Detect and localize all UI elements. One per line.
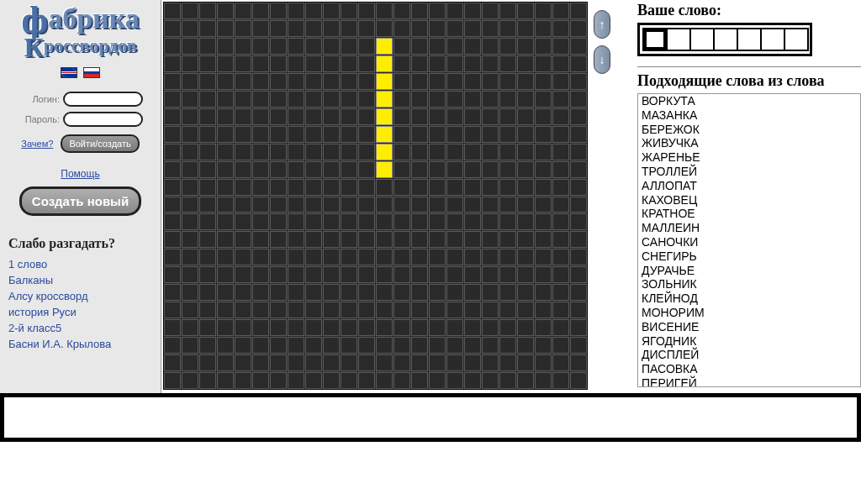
grid-cell[interactable] bbox=[570, 266, 587, 283]
grid-cell[interactable] bbox=[182, 55, 198, 72]
grid-cell[interactable] bbox=[182, 73, 198, 90]
grid-cell[interactable] bbox=[323, 302, 340, 318]
grid-cell[interactable] bbox=[429, 126, 446, 143]
challenge-link[interactable]: Балканы bbox=[8, 272, 152, 288]
grid-cell[interactable] bbox=[552, 231, 569, 248]
grid-cell[interactable] bbox=[199, 91, 216, 108]
grid-cell[interactable] bbox=[482, 213, 499, 230]
help-link[interactable]: Помощь bbox=[61, 168, 99, 180]
grid-cell[interactable] bbox=[341, 55, 357, 72]
grid-cell[interactable] bbox=[182, 372, 198, 389]
grid-cell[interactable] bbox=[482, 144, 499, 160]
grid-cell[interactable] bbox=[429, 372, 446, 389]
grid-cell[interactable] bbox=[341, 337, 357, 354]
grid-cell[interactable] bbox=[235, 266, 251, 283]
grid-cell[interactable] bbox=[288, 179, 304, 196]
grid-cell[interactable] bbox=[323, 91, 340, 108]
grid-cell[interactable] bbox=[482, 354, 499, 371]
grid-cell[interactable] bbox=[482, 3, 499, 19]
grid-cell[interactable] bbox=[199, 231, 216, 248]
suggested-word[interactable]: САНОЧКИ bbox=[638, 235, 860, 249]
grid-cell[interactable] bbox=[288, 302, 304, 318]
grid-cell[interactable] bbox=[499, 38, 516, 55]
grid-cell[interactable] bbox=[499, 249, 516, 265]
grid-cell[interactable] bbox=[429, 144, 446, 160]
grid-cell[interactable] bbox=[499, 372, 516, 389]
grid-cell[interactable] bbox=[235, 213, 251, 230]
grid-cell[interactable] bbox=[517, 372, 534, 389]
grid-cell[interactable] bbox=[411, 354, 428, 371]
grid-cell[interactable] bbox=[499, 179, 516, 196]
grid-cell[interactable] bbox=[411, 161, 428, 178]
grid-cell[interactable] bbox=[446, 302, 463, 318]
grid-cell[interactable] bbox=[199, 38, 216, 55]
grid-cell[interactable] bbox=[517, 354, 534, 371]
grid-cell[interactable] bbox=[288, 266, 304, 283]
grid-cell[interactable] bbox=[217, 108, 234, 125]
grid-cell[interactable] bbox=[199, 197, 216, 213]
grid-cell[interactable] bbox=[323, 231, 340, 248]
grid-cell[interactable] bbox=[358, 372, 375, 389]
grid-cell[interactable] bbox=[288, 213, 304, 230]
grid-cell[interactable] bbox=[305, 3, 322, 19]
grid-cell[interactable] bbox=[482, 302, 499, 318]
grid-cell[interactable] bbox=[446, 38, 463, 55]
grid-cell[interactable] bbox=[535, 126, 552, 143]
grid-cell[interactable] bbox=[270, 231, 287, 248]
suggested-word[interactable]: КЛЕЙНОД bbox=[638, 291, 860, 306]
suggested-word[interactable]: БЕРЕЖОК bbox=[638, 123, 860, 137]
grid-cell[interactable] bbox=[517, 231, 534, 248]
grid-cell[interactable] bbox=[270, 3, 287, 19]
grid-cell[interactable] bbox=[517, 108, 534, 125]
grid-cell[interactable] bbox=[499, 161, 516, 178]
grid-cell[interactable] bbox=[323, 249, 340, 265]
grid-cell[interactable] bbox=[288, 197, 304, 213]
grid-cell[interactable] bbox=[411, 231, 428, 248]
grid-cell[interactable] bbox=[164, 126, 181, 143]
grid-cell[interactable] bbox=[164, 91, 181, 108]
grid-cell[interactable] bbox=[394, 126, 410, 143]
grid-cell[interactable] bbox=[252, 91, 269, 108]
grid-cell[interactable] bbox=[164, 337, 181, 354]
grid-cell[interactable] bbox=[570, 372, 587, 389]
flag-ru-icon[interactable] bbox=[83, 67, 100, 78]
grid-cell[interactable] bbox=[323, 319, 340, 336]
grid-cell[interactable] bbox=[535, 55, 552, 72]
grid-cell[interactable] bbox=[164, 161, 181, 178]
grid-cell[interactable] bbox=[411, 20, 428, 37]
grid-cell[interactable] bbox=[305, 284, 322, 301]
grid-cell[interactable] bbox=[482, 38, 499, 55]
grid-cell[interactable] bbox=[376, 161, 393, 178]
grid-cell[interactable] bbox=[164, 284, 181, 301]
grid-cell[interactable] bbox=[270, 161, 287, 178]
grid-cell[interactable] bbox=[323, 284, 340, 301]
grid-cell[interactable] bbox=[288, 108, 304, 125]
grid-cell[interactable] bbox=[164, 73, 181, 90]
grid-cell[interactable] bbox=[235, 179, 251, 196]
grid-cell[interactable] bbox=[552, 266, 569, 283]
grid-cell[interactable] bbox=[182, 179, 198, 196]
grid-cell[interactable] bbox=[570, 249, 587, 265]
grid-cell[interactable] bbox=[323, 337, 340, 354]
grid-cell[interactable] bbox=[358, 213, 375, 230]
grid-cell[interactable] bbox=[446, 55, 463, 72]
grid-cell[interactable] bbox=[517, 144, 534, 160]
grid-cell[interactable] bbox=[164, 249, 181, 265]
grid-cell[interactable] bbox=[217, 249, 234, 265]
grid-cell[interactable] bbox=[305, 249, 322, 265]
grid-cell[interactable] bbox=[217, 213, 234, 230]
grid-cell[interactable] bbox=[429, 284, 446, 301]
grid-cell[interactable] bbox=[552, 3, 569, 19]
grid-cell[interactable] bbox=[394, 213, 410, 230]
grid-cell[interactable] bbox=[535, 108, 552, 125]
grid-cell[interactable] bbox=[182, 20, 198, 37]
grid-cell[interactable] bbox=[341, 249, 357, 265]
grid-cell[interactable] bbox=[570, 73, 587, 90]
grid-cell[interactable] bbox=[429, 55, 446, 72]
grid-cell[interactable] bbox=[394, 3, 410, 19]
grid-cell[interactable] bbox=[164, 20, 181, 37]
grid-cell[interactable] bbox=[411, 91, 428, 108]
grid-cell[interactable] bbox=[288, 3, 304, 19]
grid-cell[interactable] bbox=[270, 197, 287, 213]
grid-cell[interactable] bbox=[270, 213, 287, 230]
